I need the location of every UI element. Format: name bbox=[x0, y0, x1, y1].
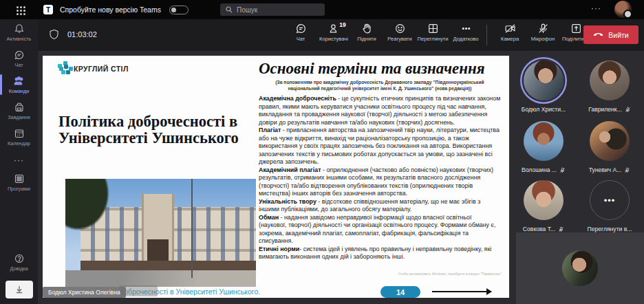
participants-button[interactable]: 19 Користувачі bbox=[317, 23, 350, 42]
sidebar-item-assignments[interactable]: Завдання bbox=[0, 98, 38, 124]
more-options-button[interactable]: Додатково bbox=[449, 23, 482, 42]
mic-off-icon bbox=[559, 167, 566, 173]
participant-tile[interactable]: Гавриленк... bbox=[578, 61, 641, 113]
participant-avatar bbox=[590, 121, 630, 161]
sidebar-item-teams[interactable]: Команди bbox=[0, 72, 38, 98]
teams-logo: T bbox=[43, 5, 53, 14]
app-launcher-icon[interactable] bbox=[17, 6, 19, 8]
teams-people-icon bbox=[13, 76, 25, 87]
university-building-photo bbox=[65, 179, 256, 287]
sidebar-label: Чат bbox=[14, 62, 23, 68]
participant-tile[interactable]: Бодюл Христи... bbox=[512, 61, 575, 113]
participant-tile[interactable]: Совкова Т... bbox=[512, 180, 575, 232]
button-label: Мікрофон bbox=[531, 36, 555, 42]
term-paragraph: Обман - надання завідомо неправдивої інф… bbox=[259, 214, 501, 246]
participants-panel: Бодюл Христи... Гавриленк... Волошина ..… bbox=[509, 51, 644, 304]
term-paragraph: Унікальність твору - відсоткове співвідн… bbox=[259, 198, 501, 214]
term-paragraph: Академічна доброчесніть - це сукупність … bbox=[259, 95, 501, 127]
participant-name: Переглянути в... bbox=[587, 226, 632, 232]
video-tile[interactable] bbox=[516, 232, 644, 304]
help-icon bbox=[14, 253, 25, 264]
forward-arrow-icon bbox=[432, 291, 491, 292]
slide-title: Політика доброчесності в Університеті Уш… bbox=[58, 113, 251, 146]
bell-icon bbox=[14, 23, 25, 34]
apps-icon bbox=[14, 173, 25, 184]
raise-hand-icon bbox=[361, 23, 373, 34]
shield-icon bbox=[49, 29, 59, 40]
view-button[interactable]: Переглянути bbox=[416, 23, 449, 42]
participant-name: Гавриленк... bbox=[588, 106, 622, 113]
hangup-icon bbox=[593, 32, 603, 38]
sidebar-more-icon[interactable]: ··· bbox=[14, 155, 24, 165]
button-label: Переглянути bbox=[418, 36, 449, 42]
slide-heading: Основні терміни та визначення bbox=[259, 60, 501, 78]
overflow-dots-icon: ••• bbox=[590, 180, 630, 220]
topbar-more-icon[interactable]: ··· bbox=[591, 3, 601, 13]
slide-subheading: (За положенням про академічну доброчесні… bbox=[260, 80, 500, 91]
slide-page-number: 14 bbox=[380, 286, 420, 298]
chat-button[interactable]: Чат bbox=[284, 23, 317, 42]
sidebar-item-calendar[interactable]: Календар bbox=[0, 124, 38, 150]
button-label: Користувачі bbox=[319, 36, 348, 42]
sidebar-item-activity[interactable]: Активність bbox=[0, 19, 38, 45]
calendar-icon bbox=[14, 128, 25, 139]
round-table-logo-icon bbox=[59, 67, 63, 71]
chat-icon bbox=[14, 50, 25, 61]
sidebar-item-apps[interactable]: Програми bbox=[0, 169, 38, 195]
download-desktop-button[interactable] bbox=[6, 281, 33, 298]
sidebar-label: Завдання bbox=[8, 114, 30, 120]
mic-off-icon bbox=[537, 23, 549, 34]
participant-avatar bbox=[524, 180, 564, 220]
mic-off-icon bbox=[625, 107, 631, 113]
react-button[interactable]: Реагувати bbox=[383, 23, 416, 42]
participant-avatar bbox=[524, 61, 564, 100]
participant-avatar bbox=[590, 61, 630, 100]
button-label: Підняти bbox=[357, 36, 376, 42]
search-placeholder: Пошук bbox=[237, 6, 257, 14]
toolbar-divider bbox=[486, 25, 487, 45]
slide-logo: КРУГЛИЙ СТІЛ bbox=[58, 65, 129, 73]
participant-name: Бодюл Христи... bbox=[522, 106, 566, 113]
camera-off-icon bbox=[504, 23, 516, 34]
download-icon bbox=[14, 285, 24, 294]
grid-view-icon bbox=[427, 23, 439, 34]
participant-name: Туневич А... bbox=[589, 166, 622, 173]
slide-logo-text: КРУГЛИЙ СТІЛ bbox=[74, 65, 129, 73]
mic-off-icon bbox=[558, 226, 564, 232]
search-input[interactable]: Пошук bbox=[220, 3, 325, 16]
new-teams-toggle[interactable] bbox=[169, 6, 189, 14]
participant-tile[interactable]: Туневич А... bbox=[578, 121, 641, 173]
sidebar-label: Команди bbox=[9, 88, 30, 94]
term-paragraph: Академічний плагіат - оприлюднення (част… bbox=[259, 166, 501, 198]
button-label: Чат bbox=[297, 36, 305, 42]
participant-avatar bbox=[562, 250, 598, 286]
people-icon bbox=[328, 23, 340, 34]
sidebar-label: Активність bbox=[7, 36, 32, 42]
button-label: Камера bbox=[501, 36, 519, 42]
sidebar-item-help[interactable]: Довідка bbox=[0, 249, 38, 275]
leave-label: Вийти bbox=[608, 31, 628, 39]
term-paragraph: Плагіат - привласнення авторства на запо… bbox=[259, 127, 501, 166]
mic-button[interactable]: Мікрофон bbox=[526, 23, 559, 42]
raise-hand-button[interactable]: Підняти bbox=[350, 23, 383, 42]
backpack-icon bbox=[14, 102, 25, 113]
top-bar: T Спробуйте нову версію Teams Пошук ··· bbox=[0, 0, 644, 19]
search-icon bbox=[226, 6, 233, 13]
button-label: Додатково bbox=[453, 36, 478, 42]
sidebar-label: Програми bbox=[8, 186, 30, 192]
view-more-participants-tile[interactable]: ••• Переглянути в... bbox=[578, 180, 641, 232]
live-caption: Бодюл Христина Олегівна bbox=[43, 287, 126, 298]
mic-off-icon bbox=[624, 167, 630, 173]
sidebar-label: Довідка bbox=[10, 265, 28, 272]
participant-tile[interactable]: Волошина ... bbox=[512, 121, 575, 173]
meeting-timer: 01:03:02 bbox=[67, 30, 97, 39]
meeting-stage: КРУГЛИЙ СТІЛ Політика доброчесності в Ун… bbox=[38, 51, 644, 304]
slide-terms: Академічна доброчесніть - це сукупність … bbox=[259, 95, 501, 261]
smiley-icon bbox=[394, 23, 406, 34]
user-avatar[interactable] bbox=[614, 1, 632, 18]
sidebar-item-chat[interactable]: Чат bbox=[0, 45, 38, 72]
leave-button[interactable]: Вийти bbox=[583, 25, 638, 44]
camera-button[interactable]: Камера bbox=[493, 23, 526, 42]
button-label: Реагувати bbox=[387, 36, 411, 42]
meeting-toolbar: 01:03:02 Чат 19 Користувачі Підняти Реаг… bbox=[38, 19, 644, 51]
